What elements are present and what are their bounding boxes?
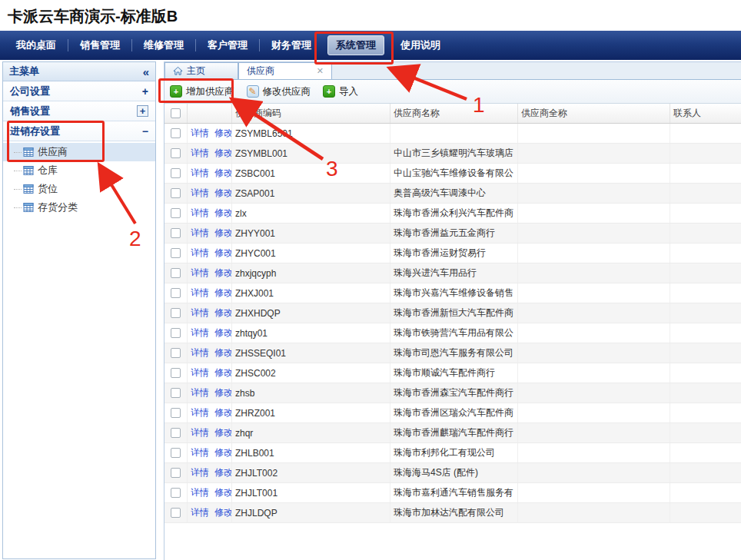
sidebar-item-4[interactable]: 存货分类 (3, 198, 155, 217)
edit-link[interactable]: 修改 (214, 486, 232, 499)
edit-link[interactable]: 修改 (214, 287, 232, 300)
row-checkbox[interactable] (171, 368, 181, 378)
row-actions-cell: 详情修改 (188, 323, 232, 343)
row-checkbox[interactable] (171, 428, 181, 438)
details-link[interactable]: 详情 (191, 466, 209, 479)
details-link[interactable]: 详情 (191, 326, 209, 340)
tab-1[interactable]: 主页 (164, 62, 238, 79)
details-link[interactable]: 详情 (191, 366, 209, 379)
nav-item-2[interactable]: 销售管理 (68, 31, 131, 60)
sidebar-section-label: 公司设置 (10, 84, 50, 98)
row-actions-cell: 详情修改 (188, 363, 232, 383)
row-checkbox[interactable] (171, 248, 181, 258)
row-checkbox[interactable] (171, 488, 181, 498)
details-link[interactable]: 详情 (191, 227, 209, 240)
nav-item-7[interactable]: 使用说明 (389, 31, 452, 60)
row-checkbox[interactable] (171, 308, 181, 318)
details-link[interactable]: 详情 (191, 426, 209, 439)
sidebar-item-3[interactable]: 货位 (3, 180, 155, 198)
edit-link[interactable]: 修改 (214, 207, 232, 220)
edit-link[interactable]: 修改 (214, 346, 232, 360)
nav-item-1[interactable]: 我的桌面 (5, 31, 68, 60)
details-link[interactable]: 详情 (191, 187, 209, 200)
row-checkbox-cell (164, 423, 188, 442)
edit-link[interactable]: 修改 (214, 386, 232, 399)
edit-link[interactable]: 修改 (214, 267, 232, 280)
row-checkbox[interactable] (171, 208, 181, 218)
edit-link[interactable]: 修改 (214, 466, 232, 479)
row-checkbox[interactable] (171, 168, 181, 178)
details-link[interactable]: 详情 (191, 386, 209, 399)
supplier-fullname-cell (518, 144, 670, 163)
row-checkbox[interactable] (171, 508, 181, 518)
edit-link[interactable]: 修改 (214, 127, 232, 140)
row-checkbox[interactable] (171, 408, 181, 418)
row-checkbox[interactable] (171, 148, 181, 158)
row-checkbox[interactable] (171, 228, 181, 238)
row-checkbox[interactable] (171, 388, 181, 398)
details-link[interactable]: 详情 (191, 406, 209, 419)
import-button[interactable]: +导入 (323, 85, 358, 98)
details-link[interactable]: 详情 (191, 207, 209, 220)
details-link[interactable]: 详情 (191, 167, 209, 180)
nav-item-5[interactable]: 财务管理 (260, 31, 323, 60)
select-all-checkbox[interactable] (171, 108, 181, 118)
row-checkbox[interactable] (171, 268, 181, 278)
details-link[interactable]: 详情 (191, 127, 209, 140)
edit-link[interactable]: 修改 (214, 307, 232, 320)
edit-link[interactable]: 修改 (214, 227, 232, 240)
supplier-code-cell: ZHXJ001 (232, 283, 390, 303)
column-header-4: 联系人 (670, 104, 741, 123)
row-checkbox-cell (164, 283, 188, 303)
edit-link[interactable]: 修改 (214, 167, 232, 180)
nav-item-4[interactable]: 客户管理 (196, 31, 259, 60)
row-checkbox[interactable] (171, 468, 181, 478)
nav-item-3[interactable]: 维修管理 (132, 31, 195, 60)
table-row: 详情修改ZHXJ001珠海市兴嘉汽车维修设备销售 (164, 283, 741, 303)
expand-icon[interactable]: + (142, 86, 148, 97)
edit-link[interactable]: 修改 (214, 406, 232, 419)
edit-link[interactable]: 修改 (214, 326, 232, 340)
edit-link[interactable]: 修改 (214, 187, 232, 200)
edit-link[interactable]: 修改 (214, 366, 232, 379)
supplier-code-cell: ZHLB001 (232, 443, 390, 462)
sidebar-section-3[interactable]: 进销存设置− (3, 121, 155, 141)
sidebar-item-1[interactable]: 供应商 (3, 143, 155, 161)
expand-icon[interactable]: + (137, 105, 148, 117)
contact-cell (670, 283, 741, 303)
edit-link[interactable]: 修改 (214, 446, 232, 459)
details-link[interactable]: 详情 (191, 247, 209, 260)
details-link[interactable]: 详情 (191, 307, 209, 320)
tab-2[interactable]: 供应商✕ (238, 62, 332, 79)
details-link[interactable]: 详情 (191, 486, 209, 499)
row-checkbox[interactable] (171, 128, 181, 138)
grid-body: 详情修改ZSYMBL6501详情修改ZSYMBL001中山市三乡镇耀明汽车玻璃店… (164, 124, 741, 523)
row-checkbox[interactable] (171, 188, 181, 198)
details-link[interactable]: 详情 (191, 267, 209, 280)
row-checkbox-cell (164, 383, 188, 403)
sidebar-item-2[interactable]: 仓库 (3, 161, 155, 180)
edit-supplier-button[interactable]: ✎修改供应商 (247, 85, 311, 98)
details-link[interactable]: 详情 (191, 147, 209, 160)
details-link[interactable]: 详情 (191, 287, 209, 300)
row-checkbox[interactable] (171, 348, 181, 358)
sidebar-section-2[interactable]: 销售设置+ (3, 101, 155, 121)
edit-link[interactable]: 修改 (214, 426, 232, 439)
edit-link[interactable]: 修改 (214, 147, 232, 160)
collapse-sidebar-icon[interactable]: « (143, 65, 149, 78)
row-checkbox[interactable] (171, 448, 181, 458)
edit-link[interactable]: 修改 (214, 247, 232, 260)
nav-item-6[interactable]: 系统管理 (327, 35, 384, 55)
close-tab-icon[interactable]: ✕ (317, 66, 324, 76)
row-checkbox[interactable] (171, 288, 181, 298)
details-link[interactable]: 详情 (191, 506, 209, 519)
sidebar-section-1[interactable]: 公司设置+ (3, 81, 155, 101)
contact-cell (670, 443, 741, 462)
details-link[interactable]: 详情 (191, 446, 209, 459)
collapse-icon[interactable]: − (142, 126, 148, 137)
row-checkbox-cell (164, 403, 188, 422)
edit-link[interactable]: 修改 (214, 506, 232, 519)
row-checkbox[interactable] (171, 328, 181, 338)
details-link[interactable]: 详情 (191, 346, 209, 360)
add-supplier-button[interactable]: +增加供应商 (170, 85, 234, 98)
